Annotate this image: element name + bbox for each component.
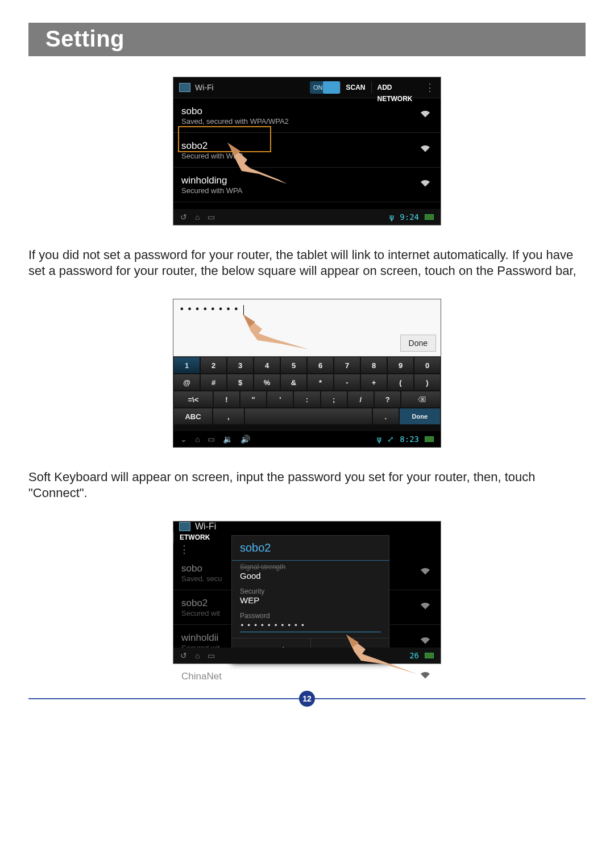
- password-input[interactable]: ••••••••••: [240, 621, 381, 632]
- recents-icon[interactable]: ▭: [208, 212, 215, 222]
- keyboard-key[interactable]: ": [240, 391, 267, 408]
- keyboard-key[interactable]: $: [227, 374, 254, 391]
- volume-up-icon[interactable]: 🔊: [240, 435, 250, 444]
- wifi-toggle[interactable]: ON: [310, 81, 340, 94]
- usb-icon: ψ: [389, 212, 394, 222]
- keyboard-key[interactable]: 1: [173, 357, 200, 374]
- battery-icon: [425, 653, 434, 658]
- keyboard-key[interactable]: Done: [399, 408, 441, 425]
- pointer-hand-icon: [344, 632, 424, 680]
- keyboard-key[interactable]: 9: [387, 357, 414, 374]
- dialog-title: sobo2: [232, 536, 389, 561]
- keyboard-key[interactable]: 2: [200, 357, 227, 374]
- wifi-toggle-label: ON: [310, 84, 323, 91]
- overflow-menu-icon[interactable]: ⋮: [419, 81, 441, 94]
- add-network-button[interactable]: ADD NETWORK: [371, 82, 419, 93]
- wifi-signal-icon: [420, 110, 430, 120]
- volume-down-icon[interactable]: 🔉: [223, 435, 233, 444]
- usb-icon: ψ: [377, 435, 381, 444]
- wifi-signal-icon: [420, 602, 430, 612]
- security-value: WEP: [232, 595, 389, 610]
- back-icon[interactable]: ↺: [180, 651, 187, 660]
- keyboard-key[interactable]: 5: [280, 357, 307, 374]
- keyboard-key[interactable]: -: [334, 374, 360, 391]
- keyboard-key[interactable]: ?: [374, 391, 401, 408]
- clock-time: 9:24: [400, 212, 419, 222]
- back-icon[interactable]: ↺: [180, 212, 187, 222]
- pointer-hand-icon: [240, 312, 320, 354]
- keyboard-key[interactable]: ): [414, 374, 441, 391]
- network-name: winholding: [181, 175, 433, 186]
- clock-time: 8:23: [400, 435, 419, 444]
- battery-icon: [425, 436, 434, 442]
- keyboard-key[interactable]: !: [213, 391, 240, 408]
- keyboard-key[interactable]: #: [200, 374, 227, 391]
- connect-dialog-screenshot: Wi-Fi ETWORK ⋮ sobo Saved, secu sobo2 Se…: [173, 521, 441, 664]
- instruction-text-1: If you did not set a password for your r…: [28, 247, 586, 278]
- keyboard-key[interactable]: :: [293, 391, 320, 408]
- wifi-topbar: Wi-Fi ON SCAN ADD NETWORK ⋮: [173, 77, 441, 98]
- recents-icon[interactable]: ▭: [208, 435, 215, 444]
- system-navbar: ↺ ⌂ ▭ ψ 9:24: [173, 209, 441, 225]
- password-mask: ••••••••: [179, 304, 241, 315]
- keyboard-key[interactable]: 6: [307, 357, 334, 374]
- keyboard-key[interactable]: =\<: [173, 391, 213, 408]
- network-sub: Secured with WEP: [181, 152, 433, 160]
- password-field[interactable]: ••••••••: [179, 304, 244, 315]
- scan-button[interactable]: SCAN: [340, 82, 371, 93]
- keyboard-key[interactable]: /: [347, 391, 374, 408]
- wifi-signal-icon: [420, 180, 430, 190]
- keyboard-key[interactable]: *: [307, 374, 334, 391]
- keyboard-key[interactable]: (: [387, 374, 414, 391]
- keyboard-screenshot: •••••••• Done 1234567890 @#$%&*-+() =\<!…: [173, 299, 441, 448]
- section-heading: Setting: [28, 23, 586, 56]
- done-button[interactable]: Done: [400, 335, 436, 352]
- wifi-settings-icon: [179, 83, 190, 92]
- keyboard-key[interactable]: ,: [213, 408, 244, 425]
- soft-keyboard[interactable]: 1234567890 @#$%&*-+() =\<!"':;/? ABC,.Do…: [173, 357, 441, 425]
- keyboard-key[interactable]: ': [267, 391, 293, 408]
- battery-icon: [425, 214, 434, 220]
- keyboard-key[interactable]: ;: [321, 391, 347, 408]
- keyboard-key[interactable]: +: [360, 374, 387, 391]
- expand-icon: ⤢: [387, 435, 394, 444]
- highlight-box: [178, 126, 271, 152]
- system-navbar: ⌄ ⌂ ▭ 🔉 🔊 ψ ⤢ 8:23: [173, 431, 441, 447]
- keyboard-key[interactable]: ABC: [173, 408, 213, 425]
- wifi-signal-icon: [420, 567, 430, 578]
- wifi-title: Wi-Fi: [195, 83, 214, 92]
- wifi-title: Wi-Fi: [195, 521, 216, 532]
- wifi-signal-icon: [420, 145, 430, 155]
- backspace-key[interactable]: [401, 391, 441, 408]
- keyboard-key[interactable]: .: [372, 408, 399, 425]
- network-sub: Saved, secured with WPA/WPA2: [181, 117, 433, 126]
- signal-strength-value: Good: [232, 571, 389, 585]
- signal-strength-label: Signal strength: [232, 561, 389, 571]
- keyboard-key[interactable]: 4: [254, 357, 280, 374]
- keyboard-key[interactable]: [244, 408, 372, 425]
- network-name: sobo: [181, 106, 433, 117]
- keyboard-key[interactable]: &: [280, 374, 307, 391]
- recents-icon[interactable]: ▭: [208, 651, 215, 660]
- home-icon[interactable]: ⌂: [195, 651, 200, 660]
- home-icon[interactable]: ⌂: [195, 212, 200, 222]
- password-area: •••••••• Done: [173, 299, 441, 357]
- keyboard-key[interactable]: 8: [360, 357, 387, 374]
- password-label: Password: [232, 610, 389, 620]
- network-sub: Secured with WPA: [181, 186, 433, 195]
- keyboard-key[interactable]: 3: [227, 357, 254, 374]
- wifi-list-screenshot: Wi-Fi ON SCAN ADD NETWORK ⋮ sobo Saved, …: [173, 77, 441, 226]
- security-label: Security: [232, 585, 389, 595]
- home-icon[interactable]: ⌂: [195, 435, 200, 444]
- page-number-badge: 12: [299, 691, 315, 707]
- keyboard-key[interactable]: 0: [414, 357, 441, 374]
- wifi-settings-icon: [179, 522, 190, 531]
- keyboard-key[interactable]: 7: [334, 357, 360, 374]
- instruction-text-2: Soft Keyboard will appear on screen, inp…: [28, 469, 586, 500]
- keyboard-key[interactable]: @: [173, 374, 200, 391]
- network-row[interactable]: winholding Secured with WPA: [173, 168, 441, 202]
- hide-keyboard-icon[interactable]: ⌄: [180, 435, 187, 444]
- keyboard-key[interactable]: %: [254, 374, 280, 391]
